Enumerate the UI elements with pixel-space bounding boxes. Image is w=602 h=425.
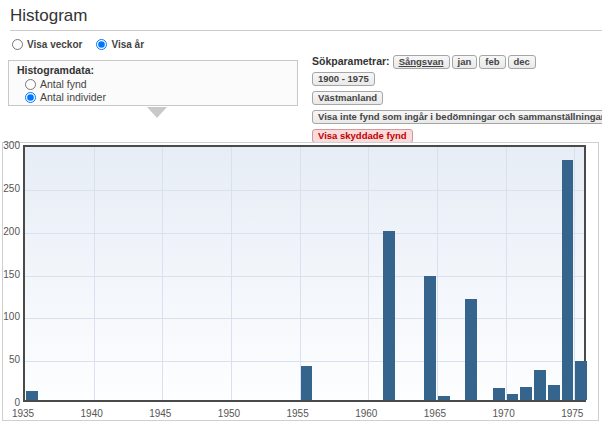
search-params-label: Sökparametrar: <box>312 55 390 67</box>
x-tick-label: 1945 <box>143 408 177 419</box>
title-divider <box>10 30 602 31</box>
search-tag-visa-skyddade-fynd[interactable]: Visa skyddade fynd <box>312 129 413 143</box>
x-tick-label: 1955 <box>281 408 315 419</box>
radio-label: Visa veckor <box>27 39 82 50</box>
bar-1965[interactable] <box>438 396 450 400</box>
search-tag-jan[interactable]: jan <box>452 55 478 69</box>
gridline-horizontal <box>25 318 584 319</box>
gridline-horizontal <box>25 233 584 234</box>
y-tick-label: 100 <box>3 311 20 322</box>
search-tag-row: Västmanland <box>312 89 600 106</box>
radio-antal-fynd[interactable]: Antal fynd <box>25 78 289 90</box>
x-tick-label: 1940 <box>75 408 109 419</box>
plot-area <box>23 145 586 402</box>
bar-1955[interactable] <box>301 366 313 400</box>
bar-1975[interactable] <box>575 361 587 400</box>
x-tick-label: 1965 <box>418 408 452 419</box>
x-tick-label: 1960 <box>349 408 383 419</box>
radio-visa-veckor[interactable]: Visa veckor <box>12 39 82 50</box>
radio-input[interactable] <box>25 79 36 90</box>
bar-1967[interactable] <box>465 299 477 400</box>
radio-label: Antal fynd <box>40 78 87 90</box>
y-tick-label: 300 <box>3 140 20 151</box>
radio-visa-r[interactable]: Visa år <box>96 39 144 50</box>
radio-antal-individer[interactable]: Antal individer <box>25 91 289 103</box>
bar-1973[interactable] <box>548 385 560 400</box>
bar-1974[interactable] <box>562 160 574 400</box>
search-tag-v-stmanland[interactable]: Västmanland <box>312 91 383 105</box>
view-toggle-group: Visa veckorVisa år <box>12 39 144 50</box>
histogramdata-options: Antal fyndAntal individer <box>17 78 289 103</box>
x-tick-label: 1935 <box>6 408 40 419</box>
gridline-horizontal <box>25 276 584 277</box>
gridline-horizontal <box>25 190 584 191</box>
bar-1971[interactable] <box>520 387 532 400</box>
search-tag-feb[interactable]: feb <box>479 55 505 69</box>
histogram-page: Histogram Visa veckorVisa år Histogramda… <box>0 0 602 425</box>
radio-label: Antal individer <box>40 91 106 103</box>
search-tag-row: Visa inte fynd som ingår i bedömningar o… <box>312 108 600 125</box>
radio-input[interactable] <box>96 39 107 50</box>
y-tick-label: 150 <box>3 269 20 280</box>
page-title: Histogram <box>10 6 87 26</box>
y-tick-label: 0 <box>3 397 20 408</box>
bar-1972[interactable] <box>534 370 546 400</box>
search-tag-s-ngsvan[interactable]: Sångsvan <box>393 55 450 69</box>
y-tick-label: 50 <box>3 354 20 365</box>
histogram-chart: 1935194019451950195519601965197019750501… <box>2 142 599 421</box>
histogramdata-title: Histogramdata: <box>17 64 289 76</box>
histogramdata-panel: Histogramdata: Antal fyndAntal individer <box>8 60 298 106</box>
search-tag-visa-inte-fynd-som-ing-r-i-bed[interactable]: Visa inte fynd som ingår i bedömningar o… <box>312 110 602 124</box>
gridline-horizontal <box>25 361 584 362</box>
search-tag-rows: Sökparametrar:Sångsvanjanfebdec1900 - 19… <box>312 53 600 144</box>
y-tick-label: 200 <box>3 226 20 237</box>
bar-1935[interactable] <box>26 391 38 400</box>
search-tag-1900-1975[interactable]: 1900 - 1975 <box>312 72 375 86</box>
x-tick-label: 1975 <box>555 408 589 419</box>
radio-input[interactable] <box>25 92 36 103</box>
bar-1964[interactable] <box>424 276 436 400</box>
y-tick-label: 250 <box>3 183 20 194</box>
callout-arrow-icon <box>147 107 167 118</box>
bar-1969[interactable] <box>493 388 505 400</box>
radio-label: Visa år <box>111 39 144 50</box>
x-tick-label: 1970 <box>487 408 521 419</box>
search-tag-dec[interactable]: dec <box>508 55 536 69</box>
x-tick-label: 1950 <box>212 408 246 419</box>
bar-1961[interactable] <box>383 231 395 400</box>
search-tag-row: Sökparametrar:Sångsvanjanfebdec1900 - 19… <box>312 53 600 87</box>
radio-input[interactable] <box>12 39 23 50</box>
bar-1970[interactable] <box>507 394 519 400</box>
